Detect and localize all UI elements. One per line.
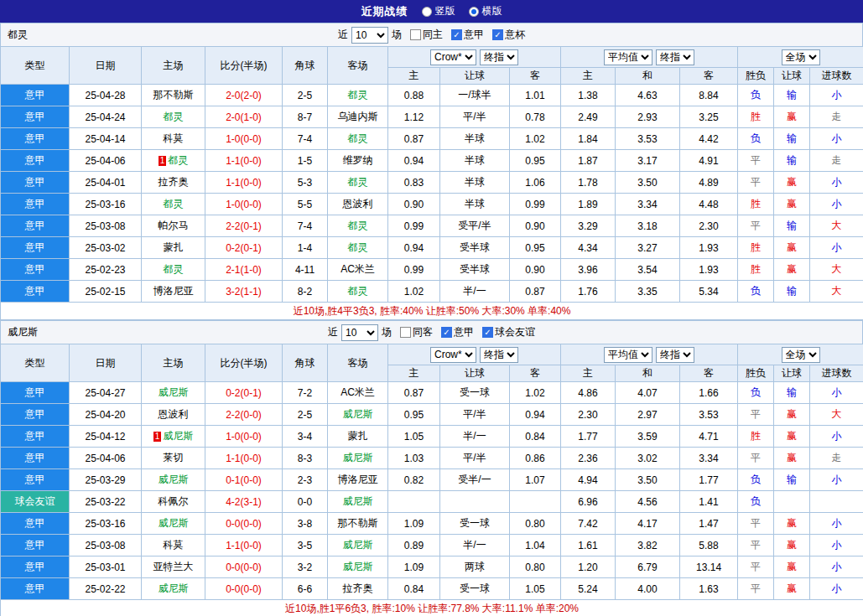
team-link[interactable]: 威尼斯 [343, 452, 373, 463]
match-row: 意甲25-04-06莱切1-1(0-0)8-3威尼斯1.03平/半0.862.3… [1, 448, 863, 469]
team-link[interactable]: AC米兰 [341, 263, 375, 275]
checkbox-checked-icon[interactable]: ✓ [492, 29, 503, 40]
radio-vertical-layout[interactable]: 竖版 [422, 4, 455, 18]
team-link[interactable]: AC米兰 [341, 386, 375, 398]
team-link[interactable]: 蒙扎 [164, 241, 184, 253]
team-link[interactable]: 亚特兰大 [153, 561, 194, 572]
team-link[interactable]: 都灵 [168, 154, 188, 166]
filter-checkbox-球会友谊[interactable]: ✓球会友谊 [482, 325, 535, 339]
average-odds-cell: 5.24 [561, 578, 616, 600]
team-link[interactable]: 科莫 [164, 132, 184, 144]
scope-select[interactable]: 全场 [782, 49, 820, 65]
home-team-cell: 博洛尼亚 [142, 281, 205, 303]
filter-checkbox-同主[interactable]: 同主 [410, 28, 443, 42]
average-odds-cell: 4.89 [680, 172, 738, 194]
handicap-odds-cell: 平/半 [440, 448, 510, 469]
team-link[interactable]: 都灵 [164, 111, 184, 122]
score-cell: 1-1(0-0) [205, 150, 283, 172]
corners-cell: 1-5 [283, 150, 328, 172]
checkbox-unchecked-icon[interactable] [410, 29, 421, 40]
team-link[interactable]: 都灵 [348, 285, 368, 297]
team-link[interactable]: 威尼斯 [163, 430, 193, 442]
checkbox-unchecked-icon[interactable] [400, 327, 411, 338]
handicap-odds-cell: 0.95 [388, 404, 440, 426]
average-odds-cell: 1.93 [680, 259, 738, 281]
radio-unselected-icon[interactable] [422, 7, 432, 17]
team-link[interactable]: 都灵 [348, 176, 368, 188]
handicap-odds-cell: 受平/半 [440, 215, 510, 237]
team-link[interactable]: 帕尔马 [159, 220, 189, 231]
team-link[interactable]: 威尼斯 [343, 561, 373, 572]
team-link[interactable]: 恩波利 [159, 408, 189, 420]
scope-select[interactable]: 全场 [782, 347, 820, 363]
team-link[interactable]: 乌迪内斯 [338, 111, 378, 122]
team-link[interactable]: 科莫 [164, 539, 184, 551]
team-link[interactable]: 那不勒斯 [338, 517, 378, 529]
filter-checkbox-意甲[interactable]: ✓意甲 [441, 325, 474, 339]
match-count-select[interactable]: 10 [351, 27, 388, 44]
team-link[interactable]: 威尼斯 [343, 495, 373, 507]
team-link[interactable]: 威尼斯 [343, 539, 373, 551]
team-link[interactable]: 拉齐奥 [343, 582, 373, 594]
filter-controls: 近10场同主✓意甲✓意杯 [338, 27, 525, 44]
team-link[interactable]: 都灵 [348, 220, 368, 231]
score-cell: 2-0(1-0) [205, 106, 283, 128]
team-link[interactable]: 都灵 [164, 263, 184, 275]
handicap-odds-cell: 一/球半 [440, 85, 510, 106]
date-cell: 25-03-29 [70, 469, 142, 491]
average-odds-cell: 1.84 [561, 128, 616, 150]
handicap-odds-cell: 半球 [440, 194, 510, 215]
sub-column-header: 客 [680, 68, 738, 85]
corners-cell: 2-5 [283, 85, 328, 106]
bookmaker-select[interactable]: Crow* [430, 49, 476, 65]
handicap-odds-cell: 0.95 [510, 150, 561, 172]
corners-cell: 3-5 [283, 535, 328, 556]
team-link[interactable]: 那不勒斯 [153, 89, 194, 101]
average-select[interactable]: 平均值 [604, 347, 652, 363]
bookmaker-index-select[interactable]: 终指 [480, 49, 518, 65]
team-link[interactable]: 莱切 [164, 452, 184, 463]
average-select[interactable]: 平均值 [604, 49, 652, 65]
column-header: 比分(半场) [205, 47, 283, 85]
checkbox-checked-icon[interactable]: ✓ [451, 29, 462, 40]
team-link[interactable]: 都灵 [348, 132, 368, 144]
team-link[interactable]: 威尼斯 [159, 517, 189, 529]
average-odds-cell: 4.91 [680, 150, 738, 172]
outcome-cell: 赢 [774, 106, 810, 128]
team-link[interactable]: 维罗纳 [343, 154, 373, 166]
team-link[interactable]: 都灵 [348, 241, 368, 253]
match-row: 球会友谊25-03-22科佩尔4-2(3-1)0-0威尼斯6.964.561.4… [1, 491, 863, 513]
filter-checkbox-意甲[interactable]: ✓意甲 [451, 28, 484, 42]
team-link[interactable]: 威尼斯 [343, 408, 373, 420]
score-cell: 0-1(0-0) [205, 469, 283, 491]
average-index-select[interactable]: 终指 [656, 49, 694, 65]
home-team-cell: 威尼斯 [142, 382, 205, 404]
handicap-odds-cell: 0.84 [388, 578, 440, 600]
checkbox-checked-icon[interactable]: ✓ [482, 327, 493, 338]
team-link[interactable]: 拉齐奥 [159, 176, 189, 188]
team-link[interactable]: 博洛尼亚 [153, 285, 194, 297]
team-link[interactable]: 恩波利 [343, 198, 373, 210]
match-row: 意甲25-04-27威尼斯0-2(0-1)7-2AC米兰0.87受一球1.024… [1, 382, 863, 404]
bookmaker-select[interactable]: Crow* [430, 347, 476, 363]
checkbox-checked-icon[interactable]: ✓ [441, 327, 452, 338]
outcome-cell: 输 [774, 281, 810, 303]
team-link[interactable]: 都灵 [164, 198, 184, 210]
away-team-cell: 威尼斯 [328, 556, 388, 578]
team-link[interactable]: 威尼斯 [159, 386, 189, 398]
average-index-select[interactable]: 终指 [656, 347, 694, 363]
team-link[interactable]: 威尼斯 [159, 474, 189, 485]
filter-checkbox-意杯[interactable]: ✓意杯 [492, 28, 525, 42]
team-link[interactable]: 蒙扎 [348, 430, 368, 442]
radio-selected-icon[interactable] [469, 7, 479, 17]
team-link[interactable]: 都灵 [348, 89, 368, 101]
handicap-odds-cell: 0.99 [388, 215, 440, 237]
radio-horizontal-layout[interactable]: 横版 [469, 4, 502, 18]
team-link[interactable]: 科佩尔 [159, 495, 189, 507]
match-count-select[interactable]: 10 [341, 324, 378, 341]
handicap-odds-cell: 1.09 [388, 556, 440, 578]
team-link[interactable]: 博洛尼亚 [338, 474, 378, 485]
bookmaker-index-select[interactable]: 终指 [480, 347, 518, 363]
team-link[interactable]: 威尼斯 [159, 582, 189, 594]
filter-checkbox-同客[interactable]: 同客 [400, 325, 433, 339]
